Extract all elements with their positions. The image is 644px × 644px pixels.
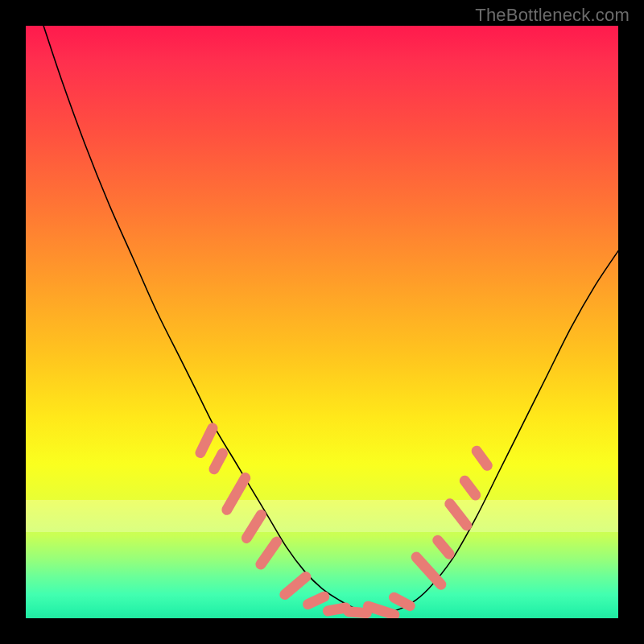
chart-container: TheBottleneck.com (0, 0, 644, 644)
curve-marker (254, 535, 284, 572)
curve-marker (469, 444, 494, 473)
bottleneck-curve (43, 26, 618, 613)
plot-area (26, 26, 618, 618)
curve-marker (239, 508, 268, 546)
curve-marker (193, 421, 219, 460)
curve-marker (409, 550, 448, 592)
watermark-text: TheBottleneck.com (475, 5, 630, 26)
curve-marker (443, 497, 474, 533)
curve-marker (207, 446, 229, 476)
curve-marker (431, 533, 457, 561)
curve-marker (457, 473, 483, 502)
curve-marker (278, 569, 313, 601)
curve-layer (26, 26, 618, 618)
curve-marker (220, 471, 253, 517)
curve-markers (193, 421, 494, 618)
